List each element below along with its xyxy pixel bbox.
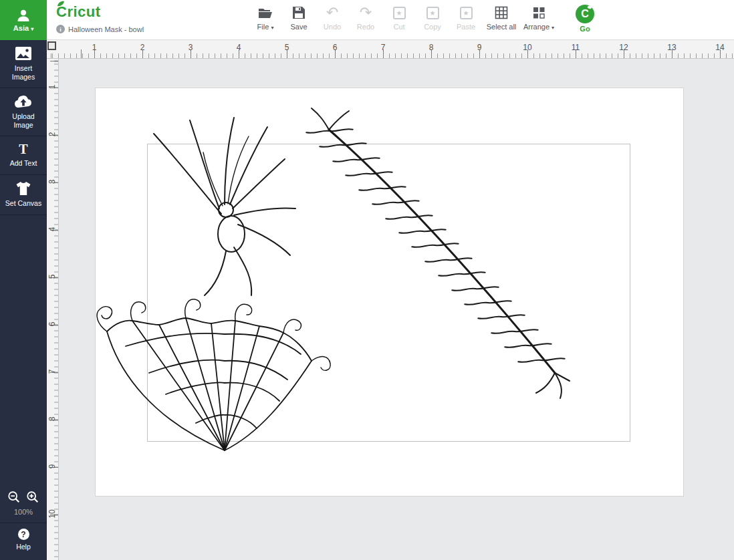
canvas-artwork	[59, 59, 734, 560]
redo-icon: ↷	[360, 5, 372, 21]
grid-icon	[495, 5, 508, 21]
ruler-mark: 10	[47, 509, 57, 519]
project-name: Halloween Mask - bowl	[68, 25, 144, 33]
sidebar-item-add-text[interactable]: T Add Text	[0, 136, 47, 175]
undo-icon: ↶	[326, 5, 338, 21]
top-bar: Asia ▾ Cricut i Halloween Mask - bowl Fi…	[0, 0, 734, 40]
shirt-icon	[15, 181, 32, 196]
cut-icon: ★	[393, 5, 406, 21]
info-icon: i	[56, 25, 65, 33]
spider-object[interactable]	[154, 118, 295, 295]
project-title: i Halloween Mask - bowl	[56, 25, 144, 33]
sidebar-bottom: 100% ? Help	[0, 486, 47, 560]
ruler-mark: 9	[47, 461, 57, 472]
go-button[interactable]: C Go	[568, 5, 602, 33]
cricut-c-icon: C	[576, 5, 594, 23]
paste-icon: ★	[460, 5, 473, 21]
caret-down-icon: ▾	[552, 25, 554, 31]
zoom-out-icon	[7, 491, 21, 504]
sidebar-item-upload-image[interactable]: Upload Image	[0, 88, 47, 136]
ruler-origin-handle[interactable]	[47, 41, 56, 50]
ruler-mark: 9	[477, 43, 482, 52]
text-icon: T	[19, 142, 27, 156]
brand-block: Cricut	[56, 3, 101, 21]
arrange-squares-icon	[532, 5, 545, 21]
ruler-mark: 4	[237, 43, 241, 52]
paste-button: ★ Paste	[449, 5, 483, 31]
question-mark-icon: ?	[18, 529, 29, 540]
copy-icon: ★	[426, 5, 439, 21]
caret-down-icon: ▾	[31, 25, 33, 31]
leaf-icon	[57, 1, 65, 7]
user-menu[interactable]: Asia ▾	[0, 0, 47, 40]
caret-down-icon: ▾	[271, 25, 273, 31]
ruler-mark: 1	[47, 82, 57, 92]
ruler-mark: 8	[429, 43, 434, 52]
ruler-mark: 5	[285, 43, 289, 52]
ruler-mark: 13	[667, 43, 676, 52]
redo-button: ↷ Redo	[349, 5, 382, 31]
spider-web-basket-object[interactable]	[97, 299, 330, 450]
ruler-mark: 4	[47, 224, 57, 235]
ruler-mark: 2	[140, 43, 145, 52]
help-button[interactable]: ? Help	[0, 523, 47, 560]
ruler-mark: 11	[572, 43, 580, 52]
image-icon	[15, 46, 32, 61]
floppy-disk-icon	[292, 5, 305, 21]
ruler-mark: 6	[333, 43, 338, 52]
sidebar-item-set-canvas[interactable]: Set Canvas	[0, 175, 47, 215]
ruler-mark: 12	[619, 43, 628, 52]
cut-button: ★ Cut	[382, 5, 416, 31]
zoom-in-icon	[26, 491, 39, 504]
copy-button: ★ Copy	[416, 5, 449, 31]
user-name: Asia	[13, 24, 29, 32]
ruler-mark: 10	[523, 43, 531, 52]
centipede-object[interactable]	[306, 108, 570, 398]
ruler-mark: 6	[47, 319, 57, 329]
save-button[interactable]: Save	[282, 5, 316, 31]
cricut-design-space-app: Asia ▾ Cricut i Halloween Mask - bowl Fi…	[0, 0, 734, 560]
ruler-mark: 1	[92, 43, 97, 52]
user-icon	[16, 9, 31, 22]
zoom-level: 100%	[0, 505, 47, 523]
horizontal-ruler: 1 2 3 4 5 6 7 8 9 10 11 12 13 14	[47, 40, 734, 59]
design-canvas[interactable]	[59, 59, 734, 560]
arrange-button[interactable]: Arrange ▾	[520, 5, 558, 31]
ruler-mark: 3	[47, 176, 57, 187]
ruler-mark: 5	[47, 271, 57, 282]
sidebar-item-insert-images[interactable]: Insert Images	[0, 40, 47, 88]
folder-icon	[258, 5, 273, 21]
main-toolbar: File ▾ Save ↶ Undo ↷ Redo ★ Cut	[249, 5, 602, 33]
cloud-upload-icon	[13, 94, 33, 109]
left-sidebar: Insert Images Upload Image T Add Text Se…	[0, 40, 47, 560]
zoom-out-button[interactable]	[7, 491, 21, 504]
ruler-mark: 7	[47, 366, 57, 377]
select-all-button[interactable]: Select all	[483, 5, 520, 31]
undo-button: ↶ Undo	[316, 5, 349, 31]
vertical-ruler: 1 2 3 4 5 6 7 8 9 10	[47, 59, 59, 560]
ruler-mark: 7	[381, 43, 386, 52]
ruler-mark: 8	[47, 414, 57, 424]
ruler-mark: 14	[715, 43, 724, 52]
file-button[interactable]: File ▾	[249, 5, 282, 31]
ruler-mark: 3	[189, 43, 193, 52]
zoom-in-button[interactable]	[26, 491, 39, 504]
ruler-mark: 2	[47, 129, 57, 140]
